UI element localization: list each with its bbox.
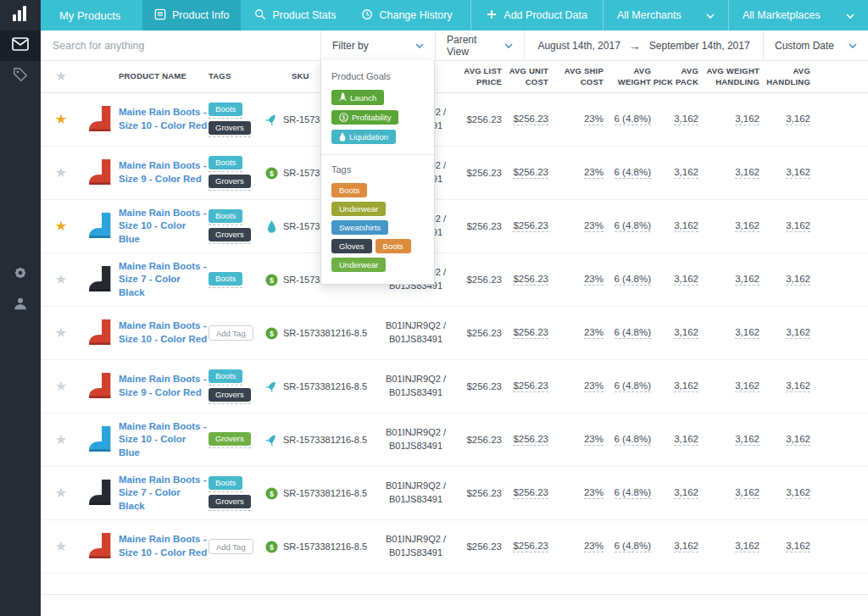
avg-handling[interactable]: 3,162 [786,434,810,446]
avg-handling[interactable]: 3,162 [786,274,810,286]
product-name-link[interactable]: Maine Rain Boots -Size 10 - Color Red [119,533,207,559]
avg-unit-cost[interactable]: $256.23 [513,114,548,125]
avg-weight-handling[interactable]: 3,162 [735,167,760,179]
col-avg-weight[interactable]: AVGWEIGHT [604,66,651,88]
col-avg-ship-cost[interactable]: AVG SHIPCOST [548,66,604,88]
sidebar-item-account[interactable] [0,290,41,320]
avg-handling[interactable]: 3,162 [786,380,810,392]
avg-unit-cost[interactable]: $256.23 [513,167,548,179]
sidebar-item-settings[interactable] [0,259,41,290]
search-input[interactable] [41,40,320,52]
avg-handling[interactable]: 3,162 [786,327,810,339]
avg-weight-handling[interactable]: 3,162 [735,114,760,125]
avg-pick-pack[interactable]: 3,162 [674,487,698,499]
favorite-star[interactable]: ★ [55,166,67,180]
product-name-link[interactable]: Maine Rain Boots -Size 10 - Color Red [119,106,207,132]
favorite-star[interactable]: ★ [55,326,67,340]
add-tag-button[interactable]: Add Tag [209,539,253,554]
tag-filter-pill[interactable]: Underwear [331,258,386,272]
filter-by-dropdown[interactable]: Filter by [320,31,435,60]
avg-unit-cost[interactable]: $256.23 [513,380,548,392]
goal-pill[interactable]: $Profitability [331,110,398,125]
avg-weight-handling[interactable]: 3,162 [735,327,760,339]
avg-ship-cost[interactable]: 23% [584,167,604,179]
avg-handling[interactable]: 3,162 [786,487,810,499]
avg-pick-pack[interactable]: 3,162 [674,434,698,446]
avg-weight[interactable]: 6 (4.8%) [615,220,651,232]
col-avg-list-price[interactable]: AVG LISTPRICE [455,66,502,88]
product-name-link[interactable]: Maine Rain Boots -Size 7 - Color Black [119,474,209,513]
favorite-star[interactable]: ★ [55,380,67,393]
tag-pill[interactable]: Boots [209,369,242,383]
col-tags[interactable]: TAGS [209,71,261,82]
sidebar-item-tags[interactable] [0,61,41,92]
add-product-data-button[interactable]: Add Product Data [471,0,603,31]
avg-weight[interactable]: 6 (4.8%) [615,487,651,499]
tag-filter-pill[interactable]: Gloves [331,239,372,253]
tag-pill[interactable]: Boots [209,476,242,490]
avg-pick-pack[interactable]: 3,162 [674,167,698,179]
col-avg-pick-pack[interactable]: AVGPICK PACK [651,66,698,88]
avg-weight-handling[interactable]: 3,162 [735,380,760,392]
tag-pill[interactable]: Grovers [209,495,251,508]
avg-weight-handling[interactable]: 3,162 [735,220,760,232]
favorite-star[interactable]: ★ [55,113,67,126]
custom-date-dropdown[interactable]: Custom Date [763,31,868,60]
avg-pick-pack[interactable]: 3,162 [674,220,698,232]
avg-weight-handling[interactable]: 3,162 [735,434,760,446]
app-logo[interactable] [0,0,41,31]
avg-weight[interactable]: 6 (4.8%) [615,541,651,552]
avg-unit-cost[interactable]: $256.23 [513,541,548,552]
avg-weight[interactable]: 6 (4.8%) [615,114,651,125]
goal-pill[interactable]: Launch [331,90,384,105]
favorite-star[interactable]: ★ [55,433,67,447]
product-name-link[interactable]: Maine Rain Boots -Size 10 - Color Blue [119,207,209,247]
col-avg-unit-cost[interactable]: AVG UNITCOST [502,66,548,88]
avg-unit-cost[interactable]: $256.23 [513,274,548,286]
product-name-link[interactable]: Maine Rain Boots -Size 10 - Color Red [119,319,207,346]
parent-view-dropdown[interactable]: Parent View [435,31,524,60]
tab-product-info[interactable]: Product Info [142,0,241,31]
sidebar-item-products[interactable] [0,31,41,61]
tab-product-stats[interactable]: Product Stats [242,0,348,31]
avg-weight[interactable]: 6 (4.8%) [615,274,651,286]
avg-pick-pack[interactable]: 3,162 [674,114,698,125]
marketplaces-dropdown[interactable]: All Marketplaces [729,0,868,31]
tag-filter-pill[interactable]: Boots [331,183,367,197]
avg-unit-cost[interactable]: $256.23 [513,220,548,232]
tag-pill[interactable]: Grovers [209,121,251,135]
tag-filter-pill[interactable]: Boots [376,239,411,253]
avg-weight[interactable]: 6 (4.8%) [615,167,651,179]
goal-pill[interactable]: Liquidation [331,130,396,144]
avg-handling[interactable]: 3,162 [786,220,810,232]
col-avg-weight-handling[interactable]: AVG WEIGHTHANDLING [698,66,760,88]
favorite-star[interactable]: ★ [55,486,67,500]
tag-pill[interactable]: Grovers [209,228,251,241]
tag-pill[interactable]: Boots [209,209,242,223]
avg-weight[interactable]: 6 (4.8%) [615,327,651,339]
avg-unit-cost[interactable]: $256.23 [513,327,548,339]
avg-ship-cost[interactable]: 23% [584,487,604,499]
tag-filter-pill[interactable]: Sweatshirts [331,220,388,235]
avg-pick-pack[interactable]: 3,162 [674,274,698,286]
product-name-link[interactable]: Maine Rain Boots -Size 9 - Color Red [119,373,207,399]
avg-pick-pack[interactable]: 3,162 [674,380,698,392]
col-avg-handling[interactable]: AVGHANDLING [760,66,810,88]
avg-weight-handling[interactable]: 3,162 [735,274,760,286]
avg-handling[interactable]: 3,162 [786,541,810,552]
avg-ship-cost[interactable]: 23% [584,114,604,125]
avg-handling[interactable]: 3,162 [786,114,810,125]
avg-handling[interactable]: 3,162 [786,167,810,179]
col-product-name[interactable]: PRODUCT NAME [119,71,209,82]
avg-ship-cost[interactable]: 23% [584,541,604,552]
avg-ship-cost[interactable]: 23% [584,380,604,392]
avg-ship-cost[interactable]: 23% [584,220,604,232]
avg-unit-cost[interactable]: $256.23 [513,487,548,499]
avg-unit-cost[interactable]: $256.23 [513,434,548,446]
avg-weight[interactable]: 6 (4.8%) [615,434,651,446]
avg-weight[interactable]: 6 (4.8%) [615,380,651,392]
favorite-star[interactable]: ★ [55,219,67,233]
favorite-star[interactable]: ★ [55,273,67,286]
tag-pill[interactable]: Boots [209,272,242,286]
avg-ship-cost[interactable]: 23% [584,274,604,286]
